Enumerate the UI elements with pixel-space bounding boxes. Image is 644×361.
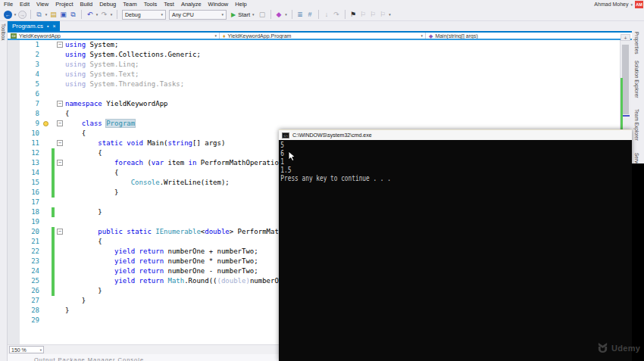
sidebar-tab-properties[interactable]: Properties xyxy=(634,32,639,54)
console-line: 1 xyxy=(280,157,554,166)
menu-item-debug[interactable]: Debug xyxy=(99,1,116,8)
code-line-3[interactable]: 3using System.Linq; xyxy=(8,60,620,70)
collapse-region-button[interactable]: − xyxy=(57,229,63,235)
console-title-bar[interactable]: C:\ C:\WINDOWS\system32\cmd.exe xyxy=(279,129,632,140)
prev-bookmark-icon[interactable]: ⚐ xyxy=(358,10,368,20)
scrollbar-thumb[interactable] xyxy=(622,45,629,114)
menu-items: FileEditViewProjectBuildDebugTeamToolsTe… xyxy=(0,1,254,8)
code-text: foreach (var item in PerformMathOperatio xyxy=(65,158,279,168)
code-line-5[interactable]: 5using System.Threading.Tasks; xyxy=(8,79,620,89)
toolbar-group-left: ←▾→⧉▾▤▣⧉↶▾↷▾ xyxy=(3,10,120,20)
avatar[interactable]: AM xyxy=(635,1,643,8)
menu-item-window[interactable]: Window xyxy=(208,1,229,8)
quick-actions-lightbulb-icon[interactable] xyxy=(43,121,48,126)
code-line-4[interactable]: 4using System.Text; xyxy=(8,70,620,79)
code-line-2[interactable]: 2using System.Collections.Generic; xyxy=(8,50,620,60)
code-text: using System; xyxy=(65,40,118,50)
dropdown-caret-icon: ▾ xyxy=(388,12,392,17)
navigate-backward-icon[interactable]: ← xyxy=(4,11,12,19)
change-tracking-bar xyxy=(52,178,55,188)
menu-item-view[interactable]: View xyxy=(36,1,48,8)
nav-member-label: Main(string[] args) xyxy=(435,33,477,39)
nav-project-dropdown[interactable]: C# YieldKeywordApp ▾ xyxy=(8,33,220,39)
clear-bookmarks-icon[interactable]: ⚐ xyxy=(378,10,388,20)
change-tracking-bar xyxy=(52,207,55,217)
code-line-7[interactable]: 7−namespace YieldKeywordApp xyxy=(8,99,620,109)
separator xyxy=(30,10,31,19)
console-body[interactable]: 5611.5Press any key to continue . . . xyxy=(279,140,632,361)
close-icon[interactable]: × xyxy=(52,23,55,29)
menu-item-tools[interactable]: Tools xyxy=(144,1,158,8)
solution-configuration-value: Debug xyxy=(125,12,141,17)
menu-item-file[interactable]: File xyxy=(4,1,13,8)
code-text: yield return numberOne * numberTwo; xyxy=(65,257,258,266)
collapse-region-button[interactable]: − xyxy=(57,140,63,146)
change-tracking-bar xyxy=(52,237,55,247)
code-text: } xyxy=(65,306,69,316)
chevron-down-icon: ▾ xyxy=(161,12,163,17)
separator xyxy=(270,10,271,19)
right-dock-strip: PropertiesSolution ExplorerTeam Explorer… xyxy=(632,30,644,163)
splitter-handle[interactable]: + xyxy=(621,34,630,41)
save-all-icon[interactable]: ⧉ xyxy=(68,10,78,20)
menu-item-project[interactable]: Project xyxy=(55,1,73,8)
menu-item-analyze[interactable]: Analyze xyxy=(181,1,202,8)
step-over-icon[interactable]: ↷ xyxy=(332,10,342,20)
navigate-forward-icon[interactable]: → xyxy=(18,11,27,19)
nav-member-dropdown[interactable]: ◆ Main(string[] args) ▾ xyxy=(426,33,644,39)
sidebar-tab-toolbox[interactable]: Toolbox xyxy=(1,23,6,40)
sidebar-tab-team-explorer[interactable]: Team Explorer xyxy=(634,109,639,141)
pin-icon[interactable]: ▪ xyxy=(47,23,48,29)
collapse-region-button[interactable]: − xyxy=(57,42,63,48)
sidebar-tab-solution-explorer[interactable]: Solution Explorer xyxy=(634,61,639,98)
code-text: } xyxy=(65,296,86,306)
next-bookmark-icon[interactable]: ⚐ xyxy=(368,10,378,20)
console-window[interactable]: C:\ C:\WINDOWS\system32\cmd.exe 5611.5Pr… xyxy=(279,129,632,361)
solution-platform-select[interactable]: Any CPU ▾ xyxy=(169,10,227,20)
new-project-icon[interactable]: ⧉ xyxy=(34,10,44,20)
menu-item-build[interactable]: Build xyxy=(80,1,93,8)
dropdown-caret-icon: ▾ xyxy=(284,12,289,17)
menu-item-test[interactable]: Test xyxy=(164,1,174,8)
user-area[interactable]: Ahmad Mohey ▾ AM xyxy=(594,0,643,8)
nav-type-dropdown[interactable]: ♦ YieldKeywordApp.Program ▾ xyxy=(220,33,426,39)
code-line-1[interactable]: 1−using System; xyxy=(8,40,620,50)
line-number: 26 xyxy=(8,286,39,296)
code-line-6[interactable]: 6 xyxy=(8,89,620,99)
solution-configuration-select[interactable]: Debug ▾ xyxy=(122,10,166,20)
open-file-icon[interactable]: ▤ xyxy=(48,10,58,20)
start-debugging-button[interactable]: ▶ Start ▾ xyxy=(231,11,255,18)
tab-program-cs[interactable]: Program.cs ▪ × xyxy=(8,21,60,31)
line-number: 21 xyxy=(8,237,39,247)
udemy-watermark: Udemy xyxy=(597,342,640,353)
intellitrace-icon[interactable]: ◆ xyxy=(274,10,284,20)
undo-icon[interactable]: ↶ xyxy=(85,10,95,20)
editor-zoom-select[interactable]: 150 % ▾ xyxy=(9,346,44,353)
collapse-region-button[interactable]: − xyxy=(57,101,63,107)
menu-item-team[interactable]: Team xyxy=(123,1,136,8)
save-icon[interactable]: ▣ xyxy=(58,10,68,20)
collapse-region-button[interactable]: − xyxy=(57,160,63,166)
line-number: 18 xyxy=(8,207,39,217)
dropdown-caret-icon: ▾ xyxy=(109,12,114,17)
collapse-region-button[interactable]: − xyxy=(57,120,63,126)
console-right-edge xyxy=(632,163,644,361)
attach-process-icon[interactable]: ▢ xyxy=(258,10,267,20)
bookmark-icon[interactable]: ⚑ xyxy=(349,10,358,20)
diagnostics-icon[interactable]: # xyxy=(305,10,315,20)
menu-item-help[interactable]: Help xyxy=(235,1,246,8)
line-number: 5 xyxy=(8,79,39,89)
chevron-down-icon: ▾ xyxy=(420,33,423,38)
tab-label: Program.cs xyxy=(12,23,43,30)
code-line-8[interactable]: 8{ xyxy=(8,109,620,119)
code-line-9[interactable]: 9− class Program xyxy=(8,119,620,129)
class-icon: ♦ xyxy=(223,33,226,39)
step-into-icon[interactable]: ↓ xyxy=(322,10,332,20)
menu-item-edit[interactable]: Edit xyxy=(20,1,30,8)
chevron-down-icon: ▾ xyxy=(252,12,255,17)
line-number: 11 xyxy=(8,138,39,148)
breakpoints-window-icon[interactable]: ≣ xyxy=(295,10,305,20)
mouse-cursor-icon xyxy=(288,151,296,162)
code-text: using System.Threading.Tasks; xyxy=(65,79,184,89)
redo-icon[interactable]: ↷ xyxy=(99,10,109,20)
